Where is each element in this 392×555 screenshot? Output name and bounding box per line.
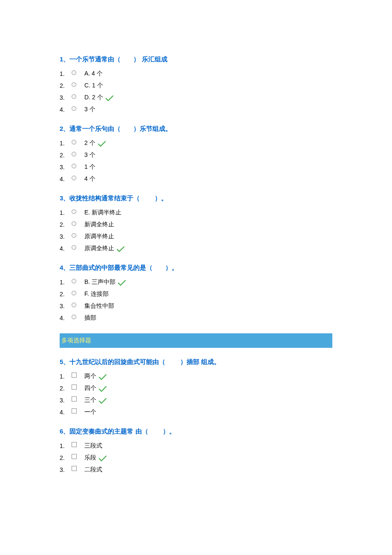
option-row: 2.乐段 [60, 452, 332, 464]
radio-input[interactable] [72, 209, 76, 214]
option-row: 2.3 个 [60, 149, 332, 161]
option-text: C. 1 个 [84, 82, 103, 90]
radio-input[interactable] [72, 291, 76, 295]
option-text: 2 个 [84, 139, 95, 147]
option-row: 1.B. 三声中部 [60, 276, 332, 288]
option-text: A. 4 个 [84, 70, 103, 78]
option-number: 3. [60, 94, 72, 101]
option-text: 原调全终止 [84, 245, 114, 252]
option-number: 3. [60, 397, 72, 404]
option-number: 1. [60, 279, 72, 286]
radio-input[interactable] [72, 176, 76, 180]
checkbox-input[interactable] [72, 373, 77, 378]
option-number: 3. [60, 303, 72, 309]
option-number: 1. [60, 373, 72, 380]
question-block: 6、固定变奏曲式的主题常 由（ ）。1.三段式2.乐段3.二段式 [60, 428, 332, 476]
option-text: 四个 [84, 384, 96, 392]
question-text: 、通常一个乐句由（ ）乐节组成。 [63, 125, 172, 132]
option-number: 2. [60, 221, 72, 228]
option-row: 3.D. 2 个 [60, 92, 332, 104]
option-row: 4.原调全终止 [60, 243, 332, 254]
question-text: 、收拢性结构通常结束于（ ）。 [63, 194, 167, 202]
question-title: 3、收拢性结构通常结束于（ ）。 [60, 194, 332, 202]
checkbox-input[interactable] [72, 384, 77, 390]
option-row: 4.一个 [60, 406, 332, 418]
checkmark-icon [98, 141, 106, 147]
question-title: 1、一个乐节通常由（ ） 乐汇组成 [60, 55, 332, 64]
question-text: 、十九世纪以后的回旋曲式可能由（ ）插部 组成。 [63, 358, 220, 365]
option-text: 集合性中部 [84, 302, 114, 310]
option-text: 两个 [84, 373, 96, 380]
radio-input[interactable] [72, 106, 76, 111]
option-row: 3.原调半终止 [60, 231, 332, 243]
option-text: 三段式 [84, 442, 102, 450]
question-text: 、三部曲式的中部最常见的是（ ）。 [63, 264, 178, 271]
option-text: 4 个 [84, 175, 95, 183]
question-text: 、固定变奏曲式的主题常 由（ ）。 [63, 428, 175, 435]
option-row: 3.三个 [60, 394, 332, 406]
radio-input[interactable] [72, 164, 76, 168]
question-title: 5、十九世纪以后的回旋曲式可能由（ ）插部 组成。 [60, 358, 332, 366]
checkbox-input[interactable] [72, 466, 77, 471]
option-row: 4.插部 [60, 312, 332, 324]
checkbox-input[interactable] [72, 442, 77, 447]
question-title: 2、通常一个乐句由（ ）乐节组成。 [60, 125, 332, 133]
option-number: 3. [60, 466, 72, 473]
option-number: 4. [60, 409, 72, 416]
checkbox-input[interactable] [72, 454, 77, 459]
radio-input[interactable] [72, 82, 76, 87]
option-text: 三个 [84, 396, 96, 404]
question-title: 4、三部曲式的中部最常见的是（ ）。 [60, 264, 332, 272]
question-block: 4、三部曲式的中部最常见的是（ ）。1.B. 三声中部2.F. 连接部3.集合性… [60, 264, 332, 324]
option-row: 1.E. 新调半终止 [60, 207, 332, 219]
question-block: 3、收拢性结构通常结束于（ ）。1.E. 新调半终止2.新调全终止3.原调半终止… [60, 194, 332, 254]
radio-input[interactable] [72, 70, 76, 75]
radio-input[interactable] [72, 94, 76, 99]
option-text: 插部 [84, 314, 96, 322]
option-row: 3.集合性中部 [60, 300, 332, 312]
option-number: 1. [60, 70, 72, 77]
option-number: 4. [60, 315, 72, 321]
option-number: 2. [60, 82, 72, 89]
option-number: 2. [60, 385, 72, 392]
option-row: 4.4 个 [60, 173, 332, 185]
option-row: 2.四个 [60, 382, 332, 394]
checkmark-icon [118, 280, 126, 286]
radio-input[interactable] [72, 279, 76, 283]
option-text: D. 2 个 [84, 94, 103, 101]
checkmark-icon [99, 386, 107, 392]
option-text: B. 三声中部 [84, 278, 115, 286]
option-number: 1. [60, 140, 72, 147]
checkmark-icon [106, 95, 113, 101]
option-row: 3.二段式 [60, 464, 332, 476]
option-number: 1. [60, 442, 72, 449]
checkmark-icon [99, 398, 107, 404]
option-row: 3.1 个 [60, 161, 332, 173]
option-number: 2. [60, 291, 72, 298]
option-row: 2.F. 连接部 [60, 288, 332, 300]
radio-input[interactable] [72, 233, 76, 238]
question-text: 、一个乐节通常由（ ） 乐汇组成 [63, 55, 167, 63]
option-row: 1.三段式 [60, 440, 332, 452]
option-number: 2. [60, 454, 72, 461]
radio-input[interactable] [72, 140, 76, 145]
option-text: 3 个 [84, 106, 95, 113]
option-number: 4. [60, 176, 72, 182]
checkbox-input[interactable] [72, 408, 77, 413]
checkmark-icon [99, 374, 107, 380]
option-number: 1. [60, 209, 72, 216]
option-text: 原调半终止 [84, 233, 114, 240]
radio-input[interactable] [72, 245, 76, 250]
radio-input[interactable] [72, 303, 76, 307]
option-row: 2.新调全终止 [60, 219, 332, 231]
radio-input[interactable] [72, 221, 76, 226]
question-block: 5、十九世纪以后的回旋曲式可能由（ ）插部 组成。1.两个2.四个3.三个4.一… [60, 358, 332, 418]
option-text: E. 新调半终止 [84, 209, 121, 217]
option-row: 2.C. 1 个 [60, 80, 332, 92]
radio-input[interactable] [72, 152, 76, 156]
radio-input[interactable] [72, 315, 76, 319]
checkbox-input[interactable] [72, 396, 77, 402]
option-row: 1.2 个 [60, 137, 332, 149]
quiz-container: 1、一个乐节通常由（ ） 乐汇组成1.A. 4 个2.C. 1 个3.D. 2 … [60, 55, 332, 476]
option-text: 乐段 [84, 454, 96, 462]
